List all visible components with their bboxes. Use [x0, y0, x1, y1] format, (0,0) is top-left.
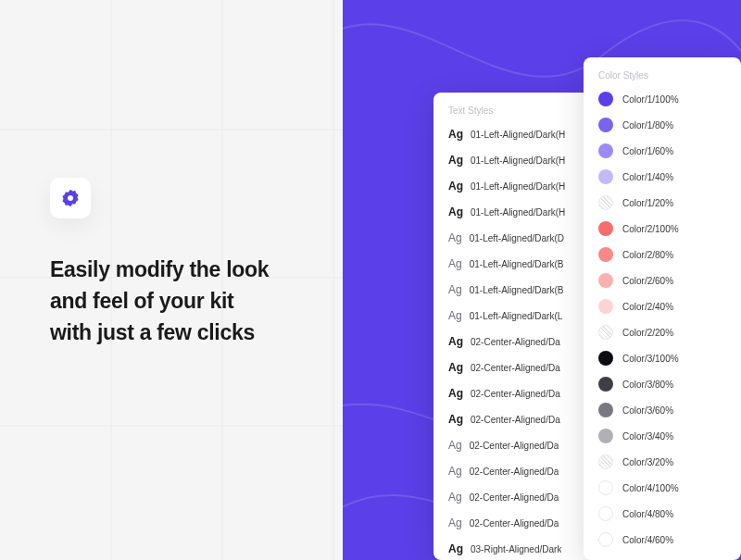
text-style-label: 01-Left-Aligned/Dark(B [470, 285, 564, 295]
ag-sample: Ag [448, 128, 463, 141]
color-style-item[interactable]: Color/2/40% [598, 297, 726, 316]
text-styles-title: Text Styles [448, 106, 585, 116]
text-style-item[interactable]: Ag01-Left-Aligned/Dark(H [448, 125, 585, 143]
color-style-item[interactable]: Color/1/40% [598, 168, 726, 186]
color-style-item[interactable]: Color/2/20% [598, 323, 726, 342]
color-style-item[interactable]: Color/2/80% [598, 245, 726, 264]
color-style-label: Color/3/80% [622, 380, 673, 390]
color-swatch [598, 506, 613, 521]
color-style-item[interactable]: Color/3/80% [598, 375, 726, 393]
svg-point-6 [68, 195, 73, 201]
text-style-item[interactable]: Ag02-Center-Aligned/Da [448, 514, 585, 532]
ag-sample: Ag [448, 361, 463, 374]
color-style-label: Color/3/20% [622, 457, 673, 467]
text-style-item[interactable]: Ag01-Left-Aligned/Dark(L [448, 306, 585, 325]
color-style-label: Color/1/60% [622, 146, 673, 156]
ag-sample: Ag [448, 309, 462, 322]
text-style-label: 01-Left-Aligned/Dark(L [470, 311, 563, 321]
color-swatch [598, 454, 613, 469]
color-swatch [598, 299, 613, 314]
color-style-label: Color/2/20% [622, 328, 673, 338]
text-style-item[interactable]: Ag01-Left-Aligned/Dark(H [448, 151, 585, 169]
color-style-item[interactable]: Color/3/100% [598, 349, 726, 367]
text-style-label: 01-Left-Aligned/Dark(H [471, 156, 565, 166]
text-style-item[interactable]: Ag02-Center-Aligned/Da [448, 436, 585, 454]
gear-icon [60, 188, 81, 208]
ag-sample: Ag [448, 439, 462, 452]
text-style-item[interactable]: Ag02-Center-Aligned/Da [448, 332, 585, 351]
text-style-item[interactable]: Ag03-Right-Aligned/Dark [448, 540, 585, 558]
ag-sample: Ag [448, 491, 462, 504]
text-style-item[interactable]: Ag02-Center-Aligned/Da [448, 488, 585, 506]
color-style-label: Color/2/100% [622, 224, 679, 234]
color-style-item[interactable]: Color/1/100% [598, 90, 726, 108]
text-style-label: 01-Left-Aligned/Dark(H [471, 207, 565, 218]
color-swatch [598, 169, 613, 184]
color-style-item[interactable]: Color/4/100% [598, 479, 726, 497]
color-swatch [598, 92, 613, 106]
color-swatch [598, 480, 613, 495]
text-styles-list: Ag01-Left-Aligned/Dark(HAg01-Left-Aligne… [448, 125, 585, 558]
ag-sample: Ag [448, 231, 462, 244]
text-style-item[interactable]: Ag02-Center-Aligned/Da [448, 462, 585, 480]
color-style-item[interactable]: Color/4/60% [598, 530, 726, 549]
text-style-item[interactable]: Ag01-Left-Aligned/Dark(D [448, 229, 585, 247]
ag-sample: Ag [448, 180, 463, 193]
text-style-item[interactable]: Ag01-Left-Aligned/Dark(B [448, 255, 585, 273]
text-style-label: 02-Center-Aligned/Da [470, 492, 559, 503]
text-style-item[interactable]: Ag02-Center-Aligned/Da [448, 358, 585, 377]
ag-sample: Ag [448, 257, 462, 270]
text-style-item[interactable]: Ag01-Left-Aligned/Dark(B [448, 280, 585, 299]
color-swatch [598, 325, 613, 340]
settings-icon-box [50, 178, 91, 218]
text-styles-panel: Text Styles Ag01-Left-Aligned/Dark(HAg01… [433, 93, 600, 560]
color-style-label: Color/2/60% [622, 276, 673, 286]
color-style-label: Color/4/100% [622, 483, 679, 493]
color-style-label: Color/4/80% [622, 509, 673, 519]
ag-sample: Ag [448, 205, 463, 218]
text-style-label: 01-Left-Aligned/Dark(H [471, 130, 565, 140]
text-style-item[interactable]: Ag01-Left-Aligned/Dark(H [448, 203, 585, 221]
color-swatch [598, 403, 613, 417]
text-style-label: 01-Left-Aligned/Dark(H [471, 181, 565, 192]
color-swatch [598, 143, 613, 158]
ag-sample: Ag [448, 335, 463, 348]
color-style-item[interactable]: Color/1/80% [598, 116, 726, 134]
color-style-item[interactable]: Color/1/60% [598, 142, 726, 160]
color-style-item[interactable]: Color/3/60% [598, 401, 726, 419]
color-swatch [598, 118, 613, 132]
color-style-label: Color/1/20% [622, 198, 673, 208]
color-style-label: Color/2/80% [622, 250, 673, 260]
text-style-label: 02-Center-Aligned/Da [471, 389, 560, 399]
text-style-item[interactable]: Ag02-Center-Aligned/Da [448, 410, 585, 429]
color-swatch [598, 429, 613, 443]
text-style-label: 02-Center-Aligned/Da [471, 415, 560, 425]
color-style-label: Color/1/80% [622, 120, 673, 131]
color-swatch [598, 273, 613, 288]
text-style-label: 03-Right-Aligned/Dark [471, 544, 561, 554]
text-style-item[interactable]: Ag01-Left-Aligned/Dark(H [448, 177, 585, 195]
ag-sample: Ag [448, 387, 463, 400]
text-style-label: 02-Center-Aligned/Da [470, 441, 559, 451]
headline-line-3: with just a few clicks [50, 317, 269, 348]
color-style-label: Color/3/100% [622, 354, 679, 364]
color-style-item[interactable]: Color/1/20% [598, 193, 726, 212]
color-swatch [598, 247, 613, 262]
color-swatch [598, 532, 613, 547]
color-style-item[interactable]: Color/2/60% [598, 271, 726, 290]
color-swatch [598, 377, 613, 392]
headline-line-2: and feel of your kit [50, 285, 269, 317]
color-styles-title: Color Styles [598, 70, 726, 81]
text-style-label: 02-Center-Aligned/Da [470, 467, 559, 477]
headline-line-1: Easily modify the look [50, 254, 269, 285]
color-style-item[interactable]: Color/3/40% [598, 427, 726, 445]
ag-sample: Ag [448, 154, 463, 167]
color-style-item[interactable]: Color/3/20% [598, 453, 726, 471]
color-style-item[interactable]: Color/2/100% [598, 219, 726, 238]
text-style-item[interactable]: Ag02-Center-Aligned/Da [448, 384, 585, 403]
ag-sample: Ag [448, 516, 462, 529]
color-swatch [598, 221, 613, 236]
text-style-label: 02-Center-Aligned/Da [471, 337, 560, 347]
color-style-item[interactable]: Color/4/80% [598, 504, 726, 523]
headline: Easily modify the look and feel of your … [50, 254, 269, 348]
